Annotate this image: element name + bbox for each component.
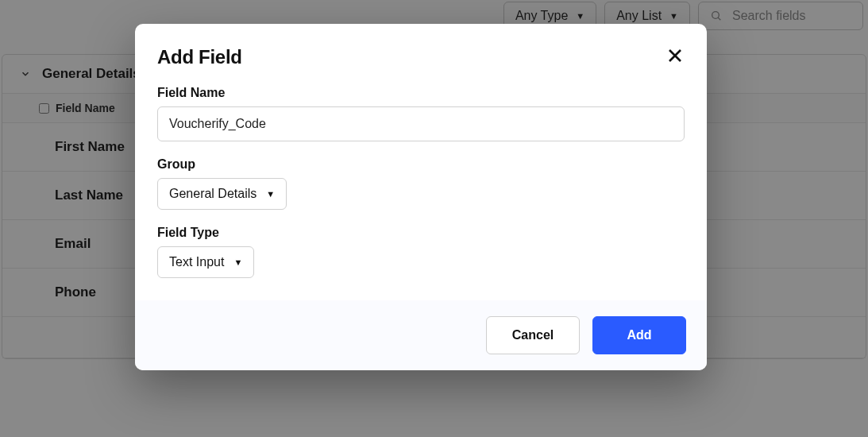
- field-name-input[interactable]: [157, 106, 685, 141]
- add-button[interactable]: Add: [592, 316, 686, 354]
- field-name-label: Field Name: [157, 86, 685, 100]
- field-type-label: Field Type: [157, 226, 685, 240]
- caret-down-icon: ▼: [266, 189, 275, 199]
- group-value: General Details: [169, 187, 257, 201]
- field-type-select[interactable]: Text Input ▼: [157, 246, 254, 278]
- group-field-group: Group General Details ▼: [157, 157, 685, 210]
- group-select[interactable]: General Details ▼: [157, 178, 287, 210]
- field-type-group: Field Type Text Input ▼: [157, 226, 685, 278]
- close-button[interactable]: [665, 46, 685, 68]
- field-type-value: Text Input: [169, 255, 224, 269]
- modal-body: Field Name Group General Details ▼ Field…: [135, 75, 707, 300]
- add-label: Add: [627, 328, 651, 342]
- cancel-label: Cancel: [512, 328, 554, 342]
- cancel-button[interactable]: Cancel: [486, 316, 580, 354]
- modal-footer: Cancel Add: [135, 300, 707, 370]
- close-icon: [665, 46, 685, 65]
- modal-header: Add Field: [135, 24, 707, 75]
- group-label: Group: [157, 157, 685, 172]
- field-name-group: Field Name: [157, 86, 685, 141]
- add-field-modal: Add Field Field Name Group General Detai…: [135, 24, 707, 370]
- modal-title: Add Field: [157, 46, 242, 68]
- caret-down-icon: ▼: [233, 257, 242, 267]
